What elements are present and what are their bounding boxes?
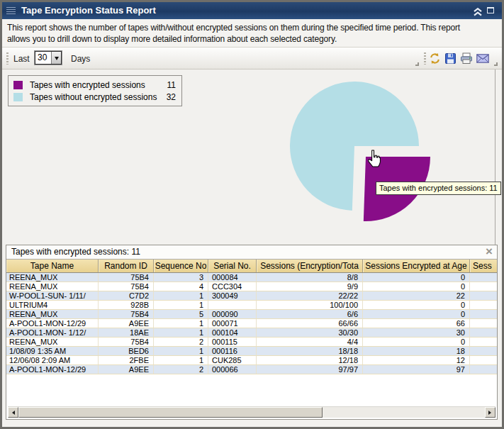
legend-label: Tapes without encrypted sessions xyxy=(30,92,157,102)
pie-chart xyxy=(269,71,443,234)
table-cell: A-POOL1-MON-12/29 xyxy=(6,365,99,374)
table-cell: 0 xyxy=(363,282,470,291)
print-button[interactable] xyxy=(459,50,474,66)
table-cell xyxy=(208,301,257,309)
column-header-partial[interactable]: Sess xyxy=(470,260,497,272)
table-row[interactable]: REENA_MUX75B430000848/80 xyxy=(6,273,497,282)
close-icon[interactable]: × xyxy=(486,245,493,259)
legend-value: 32 xyxy=(167,92,176,102)
table-cell: 75B4 xyxy=(99,338,154,346)
table-cell: 97/97 xyxy=(257,365,363,374)
dropdown-arrow-icon[interactable] xyxy=(51,52,61,64)
table-row[interactable]: 12/06/08 2:09 AM2FBE1CUK28512/1812 xyxy=(6,356,497,365)
collapse-icon[interactable] xyxy=(473,6,483,15)
table-cell xyxy=(470,319,497,328)
table-row[interactable]: W-POOL1-SUN- 1/11/C7D2130004922/2222 xyxy=(6,291,497,301)
table-row[interactable]: 1/08/09 1:35 AMBED6100011618/1818 xyxy=(6,347,497,356)
column-header-sequence-no[interactable]: Sequence No xyxy=(154,260,208,272)
grid-header: Tape Name Random ID Sequence No Serial N… xyxy=(6,260,497,273)
scroll-left-button[interactable] xyxy=(8,407,18,418)
table-cell: C7D2 xyxy=(99,291,154,300)
save-button[interactable] xyxy=(443,50,458,66)
table-cell xyxy=(470,347,497,355)
table-cell: A9EE xyxy=(99,319,154,328)
table-row[interactable]: REENA_MUX75B420001154/40 xyxy=(6,338,497,347)
table-row[interactable]: A-POOL1-MON-12/29A9EE100007166/6666 xyxy=(6,319,497,328)
grid-body: REENA_MUX75B430000848/80REENA_MUX75B44CC… xyxy=(6,273,497,374)
column-header-serial-no[interactable]: Serial No. xyxy=(208,260,257,272)
table-cell: 18AE xyxy=(99,328,154,337)
table-cell: 0 xyxy=(363,273,470,282)
table-cell: 4 xyxy=(154,282,208,291)
table-cell xyxy=(470,328,497,337)
window-title: Tape Encryption Status Report xyxy=(21,5,156,16)
table-cell: 928B xyxy=(99,301,154,309)
table-cell: A9EE xyxy=(99,365,154,374)
drilldown-header: Tapes with encrypted sessions: 11 × xyxy=(6,245,497,260)
column-header-sessions-encrypted[interactable]: Sessions Encrypted at Age xyxy=(363,260,470,272)
report-description: This report shows the number of tapes wi… xyxy=(2,19,502,48)
column-header-random-id[interactable]: Random ID xyxy=(99,260,154,272)
table-row[interactable]: REENA_MUX75B44CCC3049/90 xyxy=(6,282,497,291)
toolbar-corner-mark xyxy=(494,62,498,66)
email-button[interactable] xyxy=(475,50,490,66)
toolbar-grip-handle[interactable] xyxy=(6,52,9,65)
table-cell: 12 xyxy=(363,356,470,364)
table-cell xyxy=(470,310,497,318)
column-header-sessions[interactable]: Sessions (Encryption/Tota xyxy=(257,260,363,272)
table-cell: 5 xyxy=(154,310,208,318)
content-edge-line xyxy=(495,69,495,245)
maximize-icon[interactable] xyxy=(487,7,494,13)
table-cell xyxy=(470,365,497,374)
table-cell: A-POOL1-MON-12/29 xyxy=(6,319,99,328)
print-icon xyxy=(460,52,473,65)
table-cell: 22/22 xyxy=(257,291,363,300)
table-cell: 30/30 xyxy=(257,328,363,337)
table-cell: 1 xyxy=(154,291,208,300)
toolbar-grip-handle[interactable] xyxy=(424,52,426,65)
table-row[interactable]: A-POOL1-MON- 1/12/18AE100010430/3030 xyxy=(6,328,497,338)
title-bar: Tape Encryption Status Report xyxy=(2,2,502,19)
legend-label: Tapes with encrypted sessions xyxy=(30,80,145,90)
column-header-tape-name[interactable]: Tape Name xyxy=(6,260,99,272)
table-cell: 18/18 xyxy=(257,347,363,355)
table-row[interactable]: A-POOL1-MON-12/29A9EE200006697/9797 xyxy=(6,365,497,374)
table-cell: CUK285 xyxy=(208,356,257,364)
table-cell: 12/18 xyxy=(257,356,363,364)
table-cell: 000116 xyxy=(208,347,257,355)
table-cell: REENA_MUX xyxy=(6,273,99,282)
toolbar: Last 30 Days xyxy=(2,48,502,69)
legend-value: 11 xyxy=(167,80,176,90)
legend-swatch-encrypted xyxy=(13,81,23,89)
table-cell: 1/08/09 1:35 AM xyxy=(6,347,99,355)
period-suffix-label: Days xyxy=(71,54,90,64)
table-row[interactable]: REENA_MUX75B450000906/60 xyxy=(6,310,497,319)
scrollbar-track[interactable] xyxy=(323,407,485,418)
description-line: allows you to drill down to display more… xyxy=(7,33,497,45)
table-cell: 3 xyxy=(154,273,208,282)
description-line: This report shows the number of tapes wi… xyxy=(7,22,497,33)
scrollbar-thumb[interactable] xyxy=(18,407,323,418)
table-cell: CCC304 xyxy=(208,282,257,291)
scroll-right-button[interactable] xyxy=(485,407,495,418)
horizontal-scrollbar[interactable] xyxy=(8,406,495,418)
table-cell: 30 xyxy=(363,328,470,337)
table-cell: 12/06/08 2:09 AM xyxy=(6,356,99,364)
refresh-button[interactable] xyxy=(427,50,442,66)
table-cell: REENA_MUX xyxy=(6,338,99,346)
table-cell: 22 xyxy=(363,291,470,300)
chart-tooltip: Tapes with encrypted sessions: 11 xyxy=(376,182,501,195)
table-cell: 000090 xyxy=(208,310,257,318)
table-cell: 1 xyxy=(154,319,208,328)
table-cell: 66/66 xyxy=(257,319,363,328)
legend-swatch-unencrypted xyxy=(13,93,23,101)
table-cell: 1 xyxy=(154,356,208,364)
table-cell: 97 xyxy=(363,365,470,374)
table-row[interactable]: ULTRIUM4928B1100/1000 xyxy=(6,301,497,310)
table-cell: 000115 xyxy=(208,338,257,346)
report-window: Tape Encryption Status Report This repor… xyxy=(0,0,504,429)
period-select[interactable]: 30 xyxy=(35,51,62,65)
scroll-left-icon xyxy=(10,411,15,415)
window-grip-icon xyxy=(6,7,16,14)
table-cell xyxy=(470,282,497,291)
